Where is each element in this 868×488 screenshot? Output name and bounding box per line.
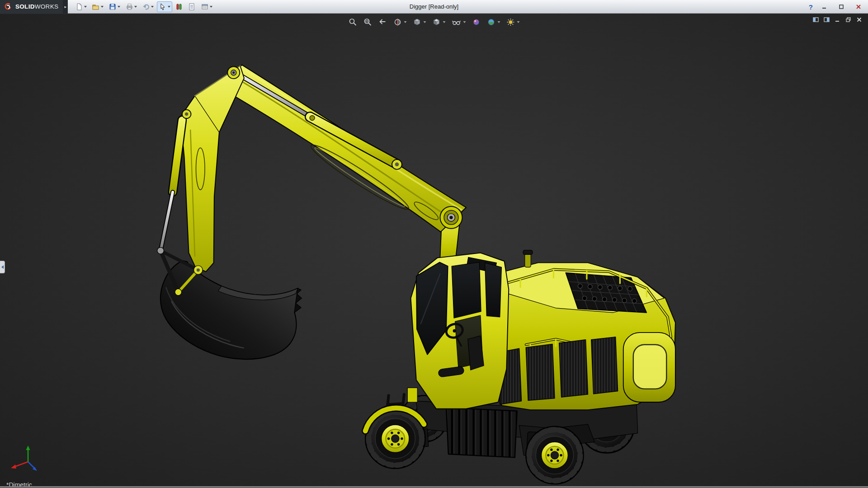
maximize-button[interactable] (835, 2, 847, 11)
close-document-icon (856, 16, 863, 23)
exhaust-stack (525, 253, 531, 267)
front-right-wheel[interactable] (526, 427, 583, 484)
rebuild-button[interactable] (174, 1, 184, 12)
print-button[interactable] (123, 1, 139, 12)
edit-appearance-ball-icon (472, 18, 481, 27)
graphics-area[interactable]: *Dimetric (0, 14, 868, 486)
side-window-rear (485, 263, 502, 317)
main-toolbar (68, 1, 214, 12)
select-cursor-icon (159, 3, 167, 11)
edit-appearance-button[interactable] (471, 17, 482, 28)
close-icon (856, 4, 861, 9)
menu-expand-chevron[interactable]: ▸ (63, 0, 68, 14)
triad-x-axis (11, 465, 16, 469)
undo-arrow-icon (142, 3, 150, 11)
save-button[interactable] (107, 1, 122, 12)
cab[interactable] (407, 253, 509, 409)
tile-pane-right-icon (823, 16, 830, 23)
section-view-icon (393, 18, 402, 27)
restore-document-button[interactable] (845, 16, 852, 25)
file-properties-icon (188, 3, 196, 11)
solidworks-3s-mark-icon (4, 3, 13, 11)
window-title: Digger [Read-only] (410, 3, 458, 10)
cab-step (407, 388, 417, 402)
tile-pane-right-button[interactable] (823, 16, 830, 25)
side-window-front (452, 262, 481, 318)
view-settings-button[interactable] (505, 17, 521, 28)
file-properties-button[interactable] (186, 1, 198, 12)
options-button[interactable] (199, 1, 214, 12)
minimize-document-icon (834, 16, 841, 23)
options-table-icon (201, 3, 209, 11)
close-button[interactable] (853, 2, 864, 11)
heads-up-view-toolbar (347, 17, 521, 28)
logo-text: SOLIDWORKS (15, 3, 58, 10)
zoom-to-fit-icon (349, 18, 358, 27)
new-document-icon (75, 3, 83, 11)
undo-button[interactable] (140, 1, 156, 12)
tile-pane-left-icon (812, 16, 819, 23)
solidworks-logo[interactable]: SOLIDWORKS (0, 0, 63, 14)
new-document-button[interactable] (73, 1, 89, 12)
boom-pivot-pin (440, 206, 462, 229)
section-view-button[interactable] (392, 17, 408, 28)
collapse-arrow-icon (1, 265, 4, 269)
display-style-button[interactable] (431, 17, 447, 28)
print-icon (125, 3, 133, 11)
minimize-button[interactable] (818, 2, 830, 11)
previous-view-icon (378, 18, 387, 27)
maximize-icon (839, 4, 844, 9)
zoom-to-area-button[interactable] (362, 17, 374, 28)
view-orientation-button[interactable] (411, 17, 428, 28)
apply-scene-icon (487, 18, 496, 27)
hide-show-items-button[interactable] (450, 17, 467, 28)
status-strip (0, 486, 868, 488)
tile-pane-left-button[interactable] (812, 16, 819, 25)
view-settings-icon (506, 18, 515, 27)
solidworks-window: SOLIDWORKS ▸ (0, 0, 868, 488)
select-tool-button[interactable] (157, 1, 172, 12)
restore-document-icon (845, 16, 852, 23)
save-floppy-icon (108, 3, 117, 11)
window-controls: ? (809, 0, 864, 14)
title-bar: SOLIDWORKS ▸ (0, 0, 868, 14)
apply-scene-button[interactable] (486, 17, 502, 28)
feature-manager-collapsed-tab[interactable] (0, 261, 5, 273)
zoom-to-fit-button[interactable] (347, 17, 359, 28)
triad-y-axis (26, 446, 30, 450)
display-style-icon (432, 18, 441, 27)
zoom-to-area-icon (363, 18, 373, 27)
help-icon[interactable]: ? (809, 3, 813, 11)
close-document-button[interactable] (856, 16, 863, 25)
previous-view-button[interactable] (377, 17, 389, 28)
view-orientation-label: *Dimetric (6, 481, 32, 486)
open-button[interactable] (90, 1, 105, 12)
hide-show-glasses-icon (452, 18, 462, 27)
rebuild-trafficlight-icon (175, 3, 183, 11)
minimize-document-button[interactable] (834, 16, 841, 25)
orientation-triad (7, 444, 43, 474)
view-orientation-cube-icon (413, 18, 422, 27)
document-window-controls (812, 16, 863, 25)
model-viewport-render[interactable] (0, 14, 868, 486)
minimize-icon (821, 4, 827, 9)
open-folder-icon (92, 3, 100, 11)
